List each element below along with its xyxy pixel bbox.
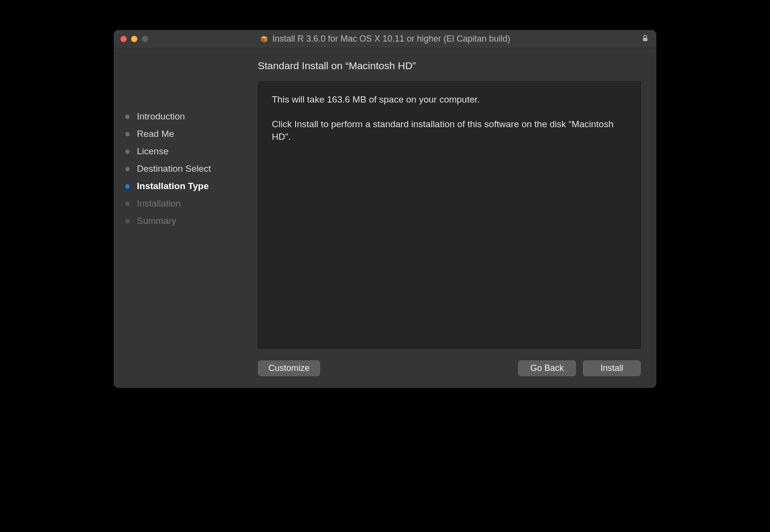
step-introduction: Introduction <box>125 111 254 122</box>
title-wrap: Install R 3.6.0 for Mac OS X 10.11 or hi… <box>114 34 656 44</box>
step-label: License <box>137 146 169 157</box>
sidebar: Introduction Read Me License Destination… <box>114 48 254 388</box>
install-button[interactable]: Install <box>583 360 641 376</box>
space-required-text: This will take 163.6 MB of space on your… <box>272 93 627 106</box>
step-label: Installation <box>137 198 181 209</box>
step-label: Summary <box>137 216 176 226</box>
step-label: Introduction <box>137 111 185 122</box>
maximize-button <box>142 36 148 42</box>
instruction-text: Click Install to perform a standard inst… <box>272 118 627 144</box>
step-summary: Summary <box>125 216 254 226</box>
bullet-icon <box>125 149 130 154</box>
bullet-icon <box>125 184 130 189</box>
step-destination-select: Destination Select <box>125 163 254 174</box>
titlebar: Install R 3.6.0 for Mac OS X 10.11 or hi… <box>114 30 656 48</box>
bullet-icon <box>125 202 130 206</box>
close-button[interactable] <box>120 36 127 42</box>
page-heading: Standard Install on “Macintosh HD” <box>258 60 641 72</box>
content: Introduction Read Me License Destination… <box>114 48 656 388</box>
go-back-button[interactable]: Go Back <box>518 360 576 376</box>
step-label: Destination Select <box>137 163 211 174</box>
step-list: Introduction Read Me License Destination… <box>125 111 254 226</box>
main: Standard Install on “Macintosh HD” This … <box>254 48 656 388</box>
info-panel: This will take 163.6 MB of space on your… <box>258 81 641 349</box>
bullet-icon <box>125 219 130 223</box>
package-icon <box>260 35 268 44</box>
step-installation: Installation <box>125 198 254 209</box>
step-read-me: Read Me <box>125 129 254 139</box>
bullet-icon <box>125 115 130 119</box>
minimize-button[interactable] <box>131 36 137 42</box>
lock-icon[interactable] <box>641 34 650 44</box>
window-title: Install R 3.6.0 for Mac OS X 10.11 or hi… <box>272 34 510 44</box>
lock-wrap <box>641 34 650 44</box>
customize-button[interactable]: Customize <box>258 360 320 376</box>
bullet-icon <box>125 132 130 136</box>
bullet-icon <box>125 167 130 171</box>
installer-window: Install R 3.6.0 for Mac OS X 10.11 or hi… <box>114 30 656 388</box>
step-installation-type: Installation Type <box>125 181 254 192</box>
svg-rect-0 <box>643 38 648 41</box>
button-row: Customize Go Back Install <box>258 360 641 388</box>
step-license: License <box>125 146 254 157</box>
step-label: Read Me <box>137 129 174 139</box>
step-label: Installation Type <box>137 181 209 192</box>
traffic-lights <box>120 36 148 42</box>
